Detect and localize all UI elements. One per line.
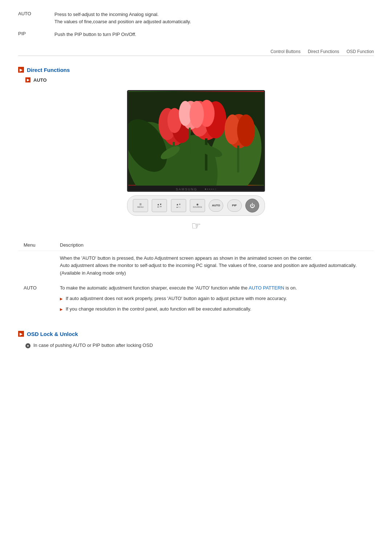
monitor-frame: SAMSUNG ● ▪ ▪ ▪ ▪ ○ — [127, 90, 265, 192]
osd-sub-bullet-icon: ● — [25, 343, 30, 348]
auto-pattern-link[interactable]: AUTO PATTERN — [249, 285, 284, 291]
pip-desc: Push the PIP button to turn PIP On/Off. — [54, 31, 136, 38]
pip-ctrl-label: PIP — [232, 204, 237, 207]
power-icon: ⏻ — [250, 203, 255, 208]
osd-heading-icon: ▶ — [18, 331, 24, 337]
power-button[interactable]: ⏻ — [245, 199, 259, 212]
source-icon: ◉ — [196, 203, 199, 206]
description-row-1: When the 'AUTO' button is pressed, the A… — [18, 251, 374, 281]
bullet-text-1: If auto adjustment does not work properl… — [66, 295, 287, 302]
description-column-header: Description — [54, 239, 374, 251]
desc-key-empty — [18, 251, 54, 281]
pip-top-item: PIP Push the PIP button to turn PIP On/O… — [18, 31, 374, 38]
menu-button-icon: ☰ — [139, 203, 142, 206]
menu-button-label: MENU — [137, 206, 144, 208]
direct-functions-title: Direct Functions — [27, 67, 70, 73]
auto-desc: Press to self-adjust to the incoming Ana… — [54, 11, 191, 25]
menu-button[interactable]: ☰ MENU — [133, 199, 148, 212]
auto-ctrl-label: AUTO — [212, 204, 220, 207]
osd-heading-text: OSD Lock & Unlock — [27, 331, 78, 337]
tab-osd-function[interactable]: OSD Function — [347, 49, 374, 54]
osd-sub-item: ● In case of pushing AUTO or PIP button … — [25, 343, 374, 348]
auto-key-label: AUTO — [18, 11, 54, 25]
auto-row-key: AUTO — [18, 281, 54, 320]
desc-text-1: When the 'AUTO' button is pressed, the A… — [54, 251, 374, 281]
osd-sub-text: In case of pushing AUTO or PIP button af… — [33, 343, 153, 348]
auto-bullet-list: ▶ If auto adjustment does not work prope… — [60, 295, 368, 313]
auto-row-text-after: is on. — [284, 285, 297, 291]
auto-row-desc: To make the automatic adjustment functio… — [54, 281, 374, 320]
osd-section: ▶ OSD Lock & Unlock ● In case of pushing… — [18, 331, 374, 348]
page-wrapper: AUTO Press to self-adjust to the incomin… — [0, 0, 392, 359]
tulip-illustration — [128, 91, 264, 186]
brightness-contrast-button[interactable]: ▲▼ ▲/▼ — [152, 199, 167, 212]
monitor-container: SAMSUNG ● ▪ ▪ ▪ ▪ ○ ☰ MENU ▲▼ ▲/▼ ▲☀ ▲/☼… — [18, 90, 374, 232]
osd-heading: ▶ OSD Lock & Unlock — [18, 331, 374, 337]
as-icon: ▲☀ — [176, 203, 181, 206]
bc-label: ▲/▼ — [157, 206, 162, 208]
svg-point-15 — [237, 114, 255, 147]
svg-point-18 — [189, 101, 204, 128]
monitor-screen — [128, 91, 264, 186]
bullet-text-2: If you change resolution in the control … — [66, 305, 251, 313]
bc-icon: ▲▼ — [157, 203, 162, 206]
svg-rect-22 — [189, 127, 191, 156]
bullet-item-1: ▶ If auto adjustment does not work prope… — [60, 295, 368, 302]
tab-control-buttons[interactable]: Control Buttons — [270, 49, 301, 54]
pointing-hand-icon: ☞ — [191, 219, 201, 232]
bullet-item-2: ▶ If you change resolution in the contro… — [60, 305, 368, 313]
auto-row: AUTO To make the automatic adjustment fu… — [18, 281, 374, 320]
tab-direct-functions[interactable]: Direct Functions — [308, 49, 339, 54]
auto-top-item: AUTO Press to self-adjust to the incomin… — [18, 11, 374, 25]
auto-source-button[interactable]: ▲☀ ▲/☼ — [171, 199, 186, 212]
monitor-indicator: ● ▪ ▪ ▪ ▪ ○ — [205, 187, 216, 191]
auto-sub-title: AUTO — [33, 77, 47, 83]
menu-column-header: Menu — [18, 239, 54, 251]
source-label: SOURCE — [193, 206, 202, 208]
pip-key-label: PIP — [18, 31, 54, 38]
direct-functions-icon: ▶ — [18, 67, 24, 73]
pip-ctrl-button[interactable]: PIP — [227, 199, 242, 212]
svg-rect-21 — [237, 145, 239, 172]
auto-ctrl-button[interactable]: AUTO — [209, 199, 223, 212]
description-table: Menu Description When the 'AUTO' button … — [18, 239, 374, 320]
bullet-arrow-1: ▶ — [60, 296, 63, 301]
source-button[interactable]: ◉ SOURCE — [190, 199, 205, 212]
nav-tabs-bar: Control Buttons Direct Functions OSD Fun… — [18, 49, 374, 56]
as-label: ▲/☼ — [176, 206, 181, 208]
direct-functions-heading: ▶ Direct Functions — [18, 67, 374, 73]
bullet-arrow-2: ▶ — [60, 307, 63, 312]
top-section: AUTO Press to self-adjust to the incomin… — [18, 11, 374, 38]
svg-rect-19 — [173, 142, 175, 170]
auto-sub-icon: ▶ — [25, 77, 30, 82]
auto-sub-heading: ▶ AUTO — [25, 77, 374, 83]
auto-row-text-before: To make the automatic adjustment functio… — [60, 285, 249, 291]
monitor-bottom-bar: SAMSUNG ● ▪ ▪ ▪ ▪ ○ — [128, 186, 264, 192]
samsung-logo: SAMSUNG — [176, 187, 197, 191]
control-buttons-bar: ☰ MENU ▲▼ ▲/▼ ▲☀ ▲/☼ ◉ SOURCE AUTO PIP — [127, 195, 265, 216]
